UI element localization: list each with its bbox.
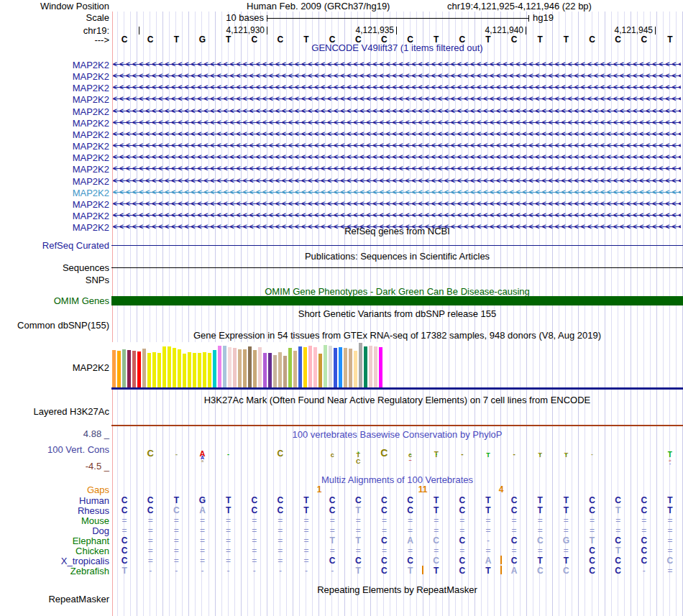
gene-transcript-row[interactable]: <<<<<<<<<<<<<<<<<<<<<<<<<<<<<<<<<<<<<<<<… xyxy=(113,129,681,139)
species-label-chicken[interactable]: Chicken xyxy=(75,546,109,556)
left-label-refseq-curated[interactable]: RefSeq Curated xyxy=(42,241,109,250)
alignment-base: C xyxy=(173,506,180,515)
alignment-base: C xyxy=(667,556,674,565)
gene-transcript-row[interactable]: <<<<<<<<<<<<<<<<<<<<<<<<<<<<<<<<<<<<<<<<… xyxy=(113,118,681,127)
gtex-bar xyxy=(349,349,352,387)
alignment-base: T xyxy=(564,556,569,565)
gtex-bar xyxy=(344,348,347,387)
left-label-common-dbsnp[interactable]: Common dbSNP(155) xyxy=(17,321,109,330)
gtex-bar xyxy=(374,346,377,387)
left-label-omim-genes[interactable]: OMIM Genes xyxy=(54,296,109,305)
left-label-repeatmasker-label[interactable]: RepeatMasker xyxy=(48,594,109,604)
gene-transcript-row[interactable]: <<<<<<<<<<<<<<<<<<<<<<<<<<<<<<<<<<<<<<<<… xyxy=(113,164,681,173)
species-label-rhesus[interactable]: Rhesus xyxy=(78,506,109,515)
omim-gene-bar[interactable] xyxy=(111,296,683,305)
gtex-bar xyxy=(379,347,382,387)
gene-transcript-row[interactable]: <<<<<<<<<<<<<<<<<<<<<<<<<<<<<<<<<<<<<<<<… xyxy=(113,152,681,162)
track-title-multiz: Multiz Alignments of 100 Vertebrates xyxy=(111,475,683,484)
gene-label-map2k2[interactable]: MAP2K2 xyxy=(73,130,109,139)
gene-label-map2k2[interactable]: MAP2K2 xyxy=(73,83,109,93)
species-label-human[interactable]: Human xyxy=(79,496,109,505)
left-label-scale[interactable]: Scale xyxy=(86,13,109,22)
h3k27ac-baseline[interactable] xyxy=(111,425,683,426)
alignment-base: = xyxy=(226,536,231,545)
gene-transcript-row[interactable]: <<<<<<<<<<<<<<<<<<<<<<<<<<<<<<<<<<<<<<<<… xyxy=(113,176,681,185)
gtex-bar xyxy=(117,351,121,387)
alignment-base: = xyxy=(564,516,569,525)
alignment-base: C xyxy=(459,496,465,505)
left-label-layered-h3k27ac[interactable]: Layered H3K27Ac xyxy=(33,407,109,416)
base-letter: C xyxy=(407,35,413,44)
gene-transcript-row[interactable]: <<<<<<<<<<<<<<<<<<<<<<<<<<<<<<<<<<<<<<<<… xyxy=(113,94,681,104)
left-label-sequences[interactable]: Sequences xyxy=(63,263,109,272)
alignment-base: = xyxy=(200,516,205,525)
alignment-base: = xyxy=(278,536,283,545)
gtex-bar xyxy=(132,351,136,387)
gene-transcript-row[interactable]: <<<<<<<<<<<<<<<<<<<<<<<<<<<<<<<<<<<<<<<<… xyxy=(113,141,681,150)
alignment-base: C xyxy=(329,506,336,515)
gene-label-map2k2[interactable]: MAP2K2 xyxy=(73,60,109,70)
left-label-direction[interactable]: ---> xyxy=(94,35,109,45)
left-label-snps[interactable]: SNPs xyxy=(86,275,109,285)
left-label-cons-max[interactable]: 4.88 _ xyxy=(83,429,109,438)
gene-label-map2k2[interactable]: MAP2K2 xyxy=(73,107,109,116)
conservation-glyph: ▪ xyxy=(565,453,567,456)
species-label-zebrafish[interactable]: Zebrafish xyxy=(70,566,109,576)
gene-label-map2k2[interactable]: MAP2K2 xyxy=(73,153,109,162)
base-letter: T xyxy=(538,35,543,44)
gene-label-map2k2[interactable]: MAP2K2 xyxy=(73,188,109,198)
species-label-dog[interactable]: Dog xyxy=(92,526,109,535)
species-label-mouse[interactable]: Mouse xyxy=(81,516,109,525)
gene-label-map2k2[interactable]: MAP2K2 xyxy=(73,200,109,209)
alignment-base: C xyxy=(641,496,647,505)
gene-label-map2k2[interactable]: MAP2K2 xyxy=(73,211,109,221)
refseq-curated-track-line[interactable] xyxy=(111,245,683,246)
gene-label-map2k2[interactable]: MAP2K2 xyxy=(73,177,109,186)
alignment-base: C xyxy=(589,566,595,575)
left-label-cons-min[interactable]: -4.5 _ xyxy=(86,461,109,471)
alignment-base: = xyxy=(226,516,231,525)
gene-transcript-row[interactable]: <<<<<<<<<<<<<<<<<<<<<<<<<<<<<<<<<<<<<<<<… xyxy=(113,199,681,208)
gene-transcript-row[interactable]: <<<<<<<<<<<<<<<<<<<<<<<<<<<<<<<<<<<<<<<<… xyxy=(113,60,681,69)
gene-label-map2k2[interactable]: MAP2K2 xyxy=(73,165,109,174)
gene-label-map2k2[interactable]: MAP2K2 xyxy=(73,119,109,128)
gene-transcript-row[interactable]: <<<<<<<<<<<<<<<<<<<<<<<<<<<<<<<<<<<<<<<<… xyxy=(113,83,681,92)
alignment-base: = xyxy=(122,526,127,535)
alignment-base: T xyxy=(590,536,595,545)
gtex-bar xyxy=(228,347,232,387)
gtex-baseline[interactable] xyxy=(111,387,683,390)
species-label-x_tropicalis[interactable]: X_tropicalis xyxy=(61,556,109,566)
alignment-base: C xyxy=(537,536,544,545)
gene-label-map2k2[interactable]: MAP2K2 xyxy=(73,72,109,81)
gene-transcript-row[interactable]: <<<<<<<<<<<<<<<<<<<<<<<<<<<<<<<<<<<<<<<<… xyxy=(113,71,681,81)
alignment-base: = xyxy=(485,516,490,525)
gene-label-map2k2[interactable]: MAP2K2 xyxy=(73,223,109,232)
left-label-cons-label[interactable]: 100 Vert. Cons xyxy=(47,445,109,454)
gene-transcript-row[interactable]: <<<<<<<<<<<<<<<<<<<<<<<<<<<<<<<<<<<<<<<<… xyxy=(113,188,681,197)
alignment-base: C xyxy=(589,556,595,565)
alignment-base: C xyxy=(615,556,621,565)
gene-transcript-row[interactable]: <<<<<<<<<<<<<<<<<<<<<<<<<<<<<<<<<<<<<<<<… xyxy=(113,211,681,220)
left-label-gaps[interactable]: Gaps xyxy=(87,485,109,495)
base-letter: C xyxy=(589,35,595,44)
gtex-bar xyxy=(263,353,267,387)
base-letter: C xyxy=(329,35,336,44)
left-label-window-position[interactable]: Window Position xyxy=(40,1,109,11)
gene-label-map2k2[interactable]: MAP2K2 xyxy=(73,95,109,104)
left-label-gtex-gene[interactable]: MAP2K2 xyxy=(73,363,109,372)
alignment-base: = xyxy=(304,526,309,535)
alignment-base: T xyxy=(408,566,413,575)
alignment-base: C xyxy=(459,566,465,575)
gtex-bar xyxy=(243,349,247,387)
gene-label-map2k2[interactable]: MAP2K2 xyxy=(73,142,109,151)
track-title-gencode: GENCODE V49lift37 (1 items filtered out) xyxy=(111,43,683,52)
gtex-bar xyxy=(193,353,196,387)
species-label-elephant[interactable]: Elephant xyxy=(73,536,109,546)
gene-transcript-row[interactable]: <<<<<<<<<<<<<<<<<<<<<<<<<<<<<<<<<<<<<<<<… xyxy=(113,222,681,231)
sequences-track-line[interactable] xyxy=(111,267,683,268)
gene-direction-arrows: <<<<<<<<<<<<<<<<<<<<<<<<<<<<<<<<<<<<<<<<… xyxy=(113,188,681,196)
conservation-glyph: - xyxy=(513,451,515,458)
conservation-glyph: ▪ xyxy=(436,452,437,456)
gene-transcript-row[interactable]: <<<<<<<<<<<<<<<<<<<<<<<<<<<<<<<<<<<<<<<<… xyxy=(113,106,681,116)
gtex-bar xyxy=(308,346,312,387)
